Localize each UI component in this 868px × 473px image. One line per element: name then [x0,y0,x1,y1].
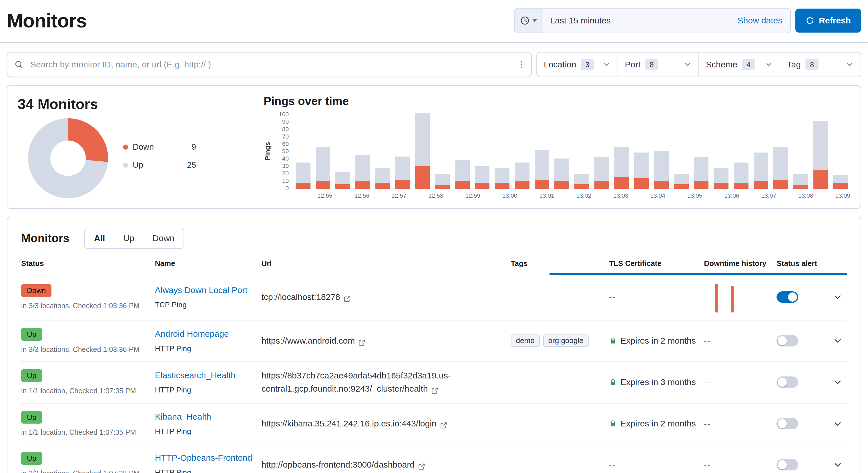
chevron-down-icon [603,61,611,69]
status-detail: in 3/3 locations, Checked 1:03:36 PM [21,302,155,310]
expand-row-button[interactable] [831,375,844,389]
filter-count-badge: 8 [805,59,818,70]
search-filter-bar: Location 3 Port 8 Scheme 4 Tag 8 [7,52,861,77]
filter-tag[interactable]: Tag 8 [780,53,861,76]
external-link-icon[interactable] [418,463,426,470]
refresh-button[interactable]: Refresh [795,8,861,33]
toggle-knob [778,419,787,428]
status-alert-toggle[interactable] [776,459,798,470]
downtime-history-chart [704,282,776,312]
legend-label: Down [133,142,154,152]
y-tick-label: 0 [274,185,289,191]
col-name: Name [155,259,261,268]
date-picker-value[interactable]: Last 15 minutes [543,16,611,26]
toggle-knob [778,460,787,469]
monitor-url: https://8b37cb7ca2ae49ada54db165f32d3a19… [261,371,451,394]
pings-over-time: Pings over time Pings 100908070605040302… [264,94,850,199]
refresh-label: Refresh [819,16,851,26]
show-dates-button[interactable]: Show dates [734,15,790,26]
expand-row-button[interactable] [831,458,844,472]
tls-value: Expires in 2 months [620,419,695,429]
external-link-icon[interactable] [344,295,351,302]
monitors-list-title: Monitors [21,232,69,245]
tls-value: -- [609,292,616,302]
expand-row-button[interactable] [831,334,844,348]
monitors-count-title: 34 Monitors [18,96,246,112]
filter-location[interactable]: Location 3 [537,53,618,76]
status-alert-toggle[interactable] [776,376,798,388]
pings-bar-plot [293,113,850,190]
x-tick-label: 12:55 [317,192,333,199]
date-picker-quick-menu-button[interactable] [515,8,543,33]
legend-value: 9 [191,142,196,152]
y-tick-label: 10 [274,178,289,184]
status-alert-toggle[interactable] [776,291,798,303]
table-row: Up in 1/1 location, Checked 1:07:35 PM E… [21,362,847,404]
downtime-value: -- [704,419,711,429]
chevron-down-icon [833,378,842,387]
lock-icon [609,337,617,345]
ping-type: HTTP Ping [155,344,261,353]
ping-bar [296,113,310,189]
chevron-down-icon [833,419,842,429]
legend-label: Up [133,160,143,170]
status-alert-toggle[interactable] [776,335,798,346]
tab-up[interactable]: Up [114,228,143,248]
monitors-summary: 34 Monitors Down 9 Up 25 [18,94,246,199]
lock-icon [609,378,617,386]
search-input[interactable] [29,59,518,70]
expand-row-button[interactable] [831,290,844,304]
ping-bar [674,113,689,189]
search-box[interactable] [7,52,532,77]
x-tick-label: 13:09 [835,192,850,199]
x-tick-label: 13:04 [650,192,665,199]
page-header: Monitors Last 15 minutes Show dates Refr… [0,0,868,43]
monitors-donut-chart [28,118,108,198]
tab-down[interactable]: Down [144,228,184,248]
y-tick-label: 50 [274,148,289,154]
monitor-name-link[interactable]: Elasticsearch_Health [155,370,236,380]
monitor-name-link[interactable]: HTTP-Opbeans-Frontend [155,453,252,463]
table-row: Up in 3/3 locations, Checked 1:07:38 PM … [21,444,847,473]
status-badge: Up [21,411,42,424]
clock-icon [520,16,529,25]
monitor-url: https://kibana.35.241.242.16.ip.es.io:44… [261,419,436,428]
col-status-alert: Status alert [776,259,828,268]
status-badge: Up [21,452,42,465]
x-tick-label: 12:59 [465,192,480,199]
tag-badge[interactable]: demo [511,335,540,347]
ping-bar [813,113,828,189]
filter-count-badge: 4 [742,59,755,70]
monitor-url: https://www.android.com [261,336,355,345]
filter-label: Scheme [706,60,737,69]
external-link-icon[interactable] [358,339,366,346]
external-link-icon[interactable] [431,387,439,394]
monitor-name-link[interactable]: Android Homepage [155,329,229,338]
monitor-name-link[interactable]: Always Down Local Port [155,285,247,295]
x-tick-label: 12:57 [392,192,407,199]
legend-dot-up [123,163,128,168]
col-tls: TLS Certificate [609,259,704,268]
status-alert-toggle[interactable] [776,418,798,429]
downtime-value: -- [704,460,711,469]
monitor-name-link[interactable]: Kibana_Health [155,412,211,421]
filter-port[interactable]: Port 8 [618,53,699,76]
ping-bar [335,113,350,189]
chevron-down-icon [532,19,537,22]
tag-badge[interactable]: org:google [543,335,589,347]
tags-cell: demo org:google [511,335,609,347]
lock-icon [609,419,617,428]
expand-row-button[interactable] [831,417,844,431]
query-options-icon[interactable] [518,60,526,69]
filter-scheme[interactable]: Scheme 4 [699,53,780,76]
ping-bar [594,113,609,189]
tab-all[interactable]: All [85,228,114,248]
toggle-knob [778,336,787,345]
table-header: Status Name Url Tags TLS Certificate Dow… [21,259,847,274]
downtime-value: -- [704,336,711,345]
ping-bar [535,113,550,189]
date-picker[interactable]: Last 15 minutes Show dates [514,8,791,33]
external-link-icon[interactable] [440,421,447,429]
ping-bar [614,113,629,189]
pings-chart-title: Pings over time [264,95,850,108]
